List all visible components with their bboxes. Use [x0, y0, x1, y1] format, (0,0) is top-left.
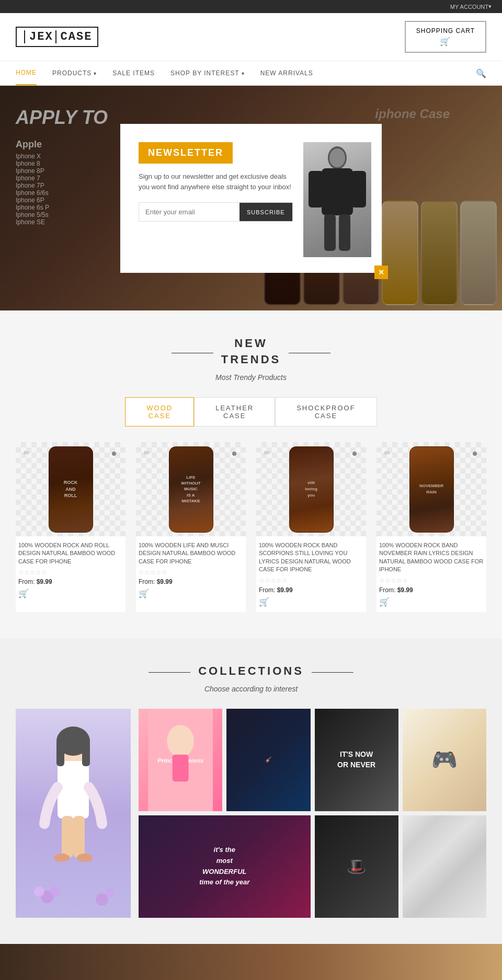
tab-shockproof-case[interactable]: SHOCKPROOFCASE [275, 397, 376, 426]
modal-close-button[interactable]: ✕ [374, 266, 388, 279]
main-nav: HOME PRODUCTS SALE ITEMS SHOP BY INTERES… [0, 61, 502, 86]
product-card-4: NOVEMBERRAIN Be 100% WOODEN ROCK BAND NO… [376, 442, 486, 612]
subscribe-button[interactable]: SUBSCRIBE [239, 203, 292, 221]
newsletter-badge: NEWSLETTER [139, 142, 233, 164]
collection-item-bg-2: 🎸 [226, 709, 310, 811]
tab-wood-case[interactable]: WOODCASE [125, 397, 194, 426]
product-rating-2: ☆☆☆☆☆ [139, 569, 243, 576]
svg-point-12 [77, 854, 93, 862]
collections-title: COLLECTIONS [198, 664, 304, 678]
product-price-3: From: $9.99 [259, 586, 363, 594]
product-card-2: LIFEWITHOUTMUSICIS AMISTAKE Be 100% WOOD… [136, 442, 246, 612]
modal-overlay: NEWSLETTER Sign up to our newsletter and… [0, 86, 502, 310]
new-trends-title-row: NEW TRENDS [16, 337, 486, 369]
collection-item-bg-4: 🎮 [403, 709, 486, 811]
email-form-row: SUBSCRIBE [139, 202, 293, 222]
collection-item-bg-6: 🎩 [315, 815, 398, 918]
product-image-4: NOVEMBERRAIN Be [376, 442, 486, 536]
svg-point-18 [34, 886, 44, 897]
collection-item-music-dark[interactable]: 🎸 [226, 709, 310, 811]
logo-part1: JEX [24, 30, 53, 43]
svg-rect-8 [58, 761, 89, 818]
site-logo[interactable]: JEXCASE [16, 27, 98, 47]
product-rating-4: ☆☆☆☆☆ [379, 577, 484, 584]
add-to-cart-2[interactable]: 🛒 [139, 589, 243, 598]
product-tabs: WOODCASE LEATHERCASE SHOCKPROOFCASE [16, 397, 486, 426]
product-title-1: 100% WOODEN ROCK AND ROLL DESIGN NATURAL… [18, 541, 123, 566]
svg-point-6 [329, 148, 345, 167]
collection-item-marble[interactable] [403, 815, 486, 918]
collections-section: COLLECTIONS Choose according to interest [0, 638, 502, 944]
svg-point-11 [54, 854, 70, 862]
collection-item-christmas[interactable]: it's themostWONDERFULtime of the year [139, 815, 311, 918]
product-title-3: 100% WOODEN ROCK BAND SCORPIONS STILL LO… [259, 541, 363, 574]
collection-item-quotes[interactable]: IT'S NOWOR NEVER [315, 709, 398, 811]
svg-rect-15 [82, 740, 90, 766]
svg-rect-1 [322, 168, 353, 215]
product-price-2: From: $9.99 [139, 578, 243, 585]
product-image-1: ROCKANDROLL Be [16, 442, 126, 536]
nav-item-new-arrivals[interactable]: NEW ARRIVALS [260, 62, 313, 85]
my-account-link[interactable]: MY ACCOUNT [450, 4, 488, 10]
new-trends-title2: TRENDS [221, 353, 281, 366]
collection-item-bg-1: Prince of Tennis [139, 709, 222, 811]
svg-rect-2 [309, 171, 323, 207]
svg-rect-3 [351, 171, 366, 207]
product-image-2: LIFEWITHOUTMUSICIS AMISTAKE Be [136, 442, 246, 536]
hero-section: APPLY TO Apple Iphone X Iphone 8 Iphone … [0, 86, 502, 310]
collection-item-bg-3: IT'S NOWOR NEVER [315, 709, 398, 811]
collection-anime-figure[interactable] [16, 709, 131, 918]
add-to-cart-4[interactable]: 🛒 [379, 597, 484, 607]
svg-rect-24 [173, 754, 189, 781]
collection-items-grid: Prince of Tennis 🎸 IT'S NOWOR NEVER [139, 709, 486, 918]
divider-left [172, 353, 213, 353]
model-figure [303, 142, 371, 257]
nav-item-interest[interactable]: SHOP BY INTEREST [170, 62, 245, 85]
add-to-cart-1[interactable]: 🛒 [18, 589, 123, 598]
collections-layout: Prince of Tennis 🎸 IT'S NOWOR NEVER [16, 709, 486, 918]
product-price-1: From: $9.99 [18, 578, 123, 585]
product-info-1: 100% WOODEN ROCK AND ROLL DESIGN NATURAL… [16, 536, 126, 604]
svg-rect-10 [73, 816, 85, 858]
svg-rect-5 [339, 214, 350, 251]
product-card-1: ROCKANDROLL Be 100% WOODEN ROCK AND ROLL… [16, 442, 126, 612]
product-info-3: 100% WOODEN ROCK BAND SCORPIONS STILL LO… [256, 536, 366, 612]
new-trends-section: NEW TRENDS Most Trendy Products WOODCASE… [0, 310, 502, 638]
svg-rect-14 [56, 740, 64, 766]
product-title-4: 100% WOODEN ROCK BAND NOVEMBER RAIN LYRI… [379, 541, 484, 574]
svg-point-20 [105, 888, 115, 897]
logo-part2: CASE [55, 30, 93, 43]
search-button[interactable]: 🔍 [476, 68, 486, 78]
add-to-cart-3[interactable]: 🛒 [259, 597, 363, 607]
products-grid: ROCKANDROLL Be 100% WOODEN ROCK AND ROLL… [16, 442, 486, 612]
collections-subtitle: Choose according to interest [16, 685, 486, 693]
shopping-cart-button[interactable]: SHOPPING CART 🛒 [405, 21, 486, 53]
newsletter-modal: NEWSLETTER Sign up to our newsletter and… [120, 124, 382, 273]
svg-rect-4 [324, 214, 336, 251]
product-rating-1: ☆☆☆☆☆ [18, 569, 123, 576]
email-input[interactable] [139, 203, 239, 221]
svg-rect-9 [62, 816, 73, 858]
nav-item-home[interactable]: HOME [16, 61, 37, 85]
site-header: JEXCASE SHOPPING CART 🛒 [0, 13, 502, 61]
product-title-2: 100% WOODEN LIFE AND MUSCI DESIGN NATURA… [139, 541, 243, 566]
modal-text-section: NEWSLETTER Sign up to our newsletter and… [139, 142, 293, 257]
cart-label: SHOPPING CART [416, 27, 475, 34]
collection-item-anime-pink[interactable]: Prince of Tennis [139, 709, 222, 811]
collections-divider-right [312, 672, 353, 673]
nav-item-products[interactable]: PRODUCTS [52, 62, 97, 85]
tab-leather-case[interactable]: LEATHERCASE [194, 397, 275, 426]
account-dropdown-icon[interactable]: ▾ [488, 3, 492, 10]
product-info-2: 100% WOODEN LIFE AND MUSCI DESIGN NATURA… [136, 536, 246, 604]
product-info-4: 100% WOODEN ROCK BAND NOVEMBER RAIN LYRI… [376, 536, 486, 612]
footer-background [0, 944, 502, 980]
collection-item-bg-5: it's themostWONDERFULtime of the year [139, 815, 311, 918]
product-price-4: From: $9.99 [379, 586, 484, 594]
new-trends-subtitle: Most Trendy Products [16, 373, 486, 382]
collection-item-godfather[interactable]: 🎩 [315, 815, 398, 918]
nav-item-sale[interactable]: SALE ITEMS [112, 62, 155, 85]
divider-right [289, 353, 330, 353]
collections-title-row: COLLECTIONS [16, 664, 486, 681]
collection-item-cartoon[interactable]: 🎮 [403, 709, 486, 811]
product-card-3: stilllovingyou Be 100% WOODEN ROCK BAND … [256, 442, 366, 612]
